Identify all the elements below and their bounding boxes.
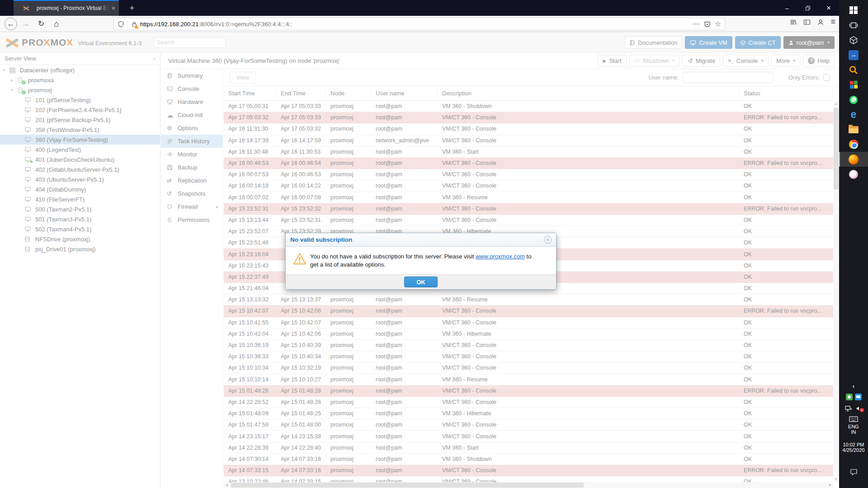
clock[interactable]: 10:02 PM4/25/2020 (839, 442, 868, 453)
window-restore-button[interactable] (797, 0, 818, 16)
reload-button[interactable]: ↻ (34, 17, 48, 31)
sidebars-icon[interactable] (803, 19, 811, 26)
desktop: proxmoxj - Proxmox Virtual Env × + – × ←… (0, 0, 868, 488)
taskbar-vm-box-icon[interactable] (839, 33, 868, 47)
warning-triangle-icon (293, 253, 310, 269)
dialog-title: No valid subscription (290, 236, 352, 243)
dialog-header[interactable]: No valid subscription ✕ (286, 233, 556, 247)
touch-keyboard-icon[interactable] (839, 414, 868, 424)
window-minimize-button[interactable]: – (777, 0, 797, 16)
taskbar-edge-icon[interactable]: e (839, 107, 868, 122)
browser-tab-bar: proxmoxj - Proxmox Virtual Env × + – × (0, 0, 839, 16)
ok-button[interactable]: OK (404, 277, 438, 287)
window-close-button[interactable]: × (818, 0, 839, 16)
action-center-icon[interactable] (839, 465, 868, 479)
taskbar-chrome-icon[interactable] (839, 137, 868, 152)
bookmark-star-icon[interactable]: ☆ (715, 20, 721, 28)
browser-toolbar: ← → ↻ ⌂ https://192.168.200.21:8006/#v1:… (0, 16, 839, 32)
taskbar-remote-desktop-icon[interactable] (839, 77, 868, 92)
taskbar-start-icon[interactable] (839, 3, 868, 18)
pocket-icon[interactable] (704, 21, 711, 28)
no-valid-subscription-dialog: No valid subscription ✕ You do not have … (285, 233, 557, 290)
tray-system-icons: × (839, 403, 868, 414)
dialog-close-icon[interactable]: ✕ (544, 236, 552, 244)
dialog-footer: OK (286, 274, 556, 289)
proxmox-link[interactable]: www.proxmox.com (476, 253, 525, 260)
browser-window: proxmoxj - Proxmox Virtual Env × + – × ←… (0, 0, 839, 488)
library-icon[interactable] (790, 19, 797, 26)
proxmox-app: PROXMOX Virtual Environment 6.1-3 Docume… (0, 33, 839, 488)
menu-hamburger-icon[interactable]: ≡ (830, 17, 835, 27)
forward-button[interactable]: → (19, 17, 33, 31)
taskbar-file-explorer-icon[interactable] (839, 122, 868, 137)
home-button[interactable]: ⌂ (50, 17, 63, 31)
ssl-lock-warning-icon[interactable] (131, 21, 137, 28)
account-icon[interactable] (817, 19, 824, 26)
proxmox-favicon-icon (24, 6, 26, 10)
taskbar-whatsapp-icon[interactable] (839, 92, 868, 107)
taskbar-task-view-icon[interactable] (839, 18, 868, 33)
tray-app-icon[interactable] (846, 394, 853, 400)
url-bar[interactable]: https://192.168.200.21:8006/#v1:0:=qemu%… (113, 18, 725, 30)
dialog-message: You do not have a valid subscription for… (310, 253, 536, 269)
tracking-shield-icon[interactable] (118, 21, 124, 28)
volume-muted-icon[interactable]: × (856, 405, 862, 412)
tab-close-icon[interactable]: × (112, 5, 115, 12)
tray-app-icon[interactable] (855, 394, 862, 400)
taskbar-firefox-icon[interactable] (839, 152, 868, 167)
browser-tab[interactable]: proxmoxj - Proxmox Virtual Env × (14, 0, 119, 16)
url-text: https://192.168.200.21:8006/#v1:0:=qemu%… (140, 21, 688, 28)
page-actions-icon[interactable]: ⋯ (693, 20, 699, 28)
network-icon[interactable] (845, 405, 853, 412)
tray-expand-button[interactable]: ‹ (839, 380, 868, 391)
taskbar-teamviewer-icon[interactable]: ↔ (839, 47, 868, 62)
tab-title: proxmoxj - Proxmox Virtual Env (37, 5, 110, 11)
new-tab-button[interactable]: + (126, 2, 138, 14)
language-indicator[interactable]: ENGIN (839, 424, 868, 435)
taskbar-search-icon[interactable] (839, 62, 868, 77)
back-button[interactable]: ← (5, 18, 17, 30)
windows-taskbar: ↔e ‹ × ENGIN 10:02 PM4/25/2020 (839, 0, 868, 488)
taskbar-paint3d-icon[interactable] (839, 167, 868, 182)
tray-icons (839, 391, 868, 402)
